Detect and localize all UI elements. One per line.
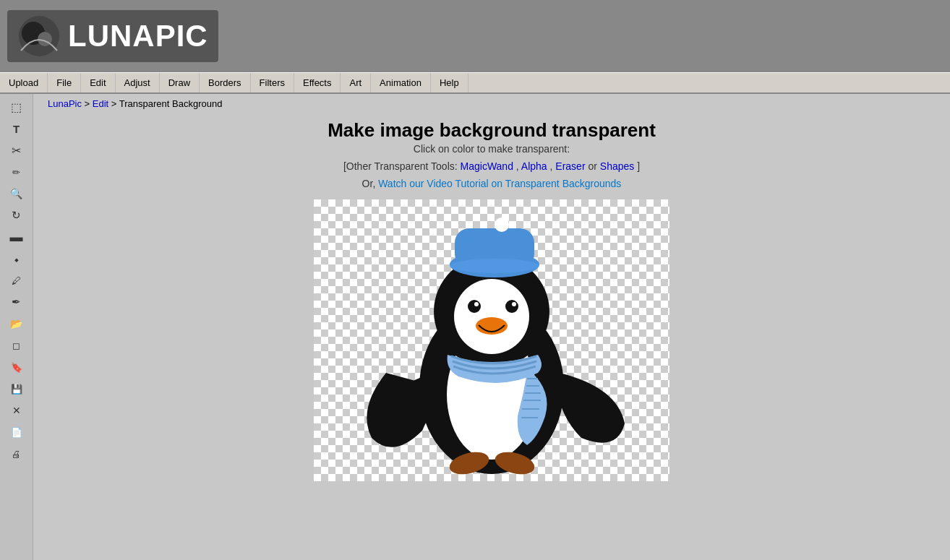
breadcrumb-lunapic[interactable]: LunaPic (48, 98, 82, 109)
gradient-tool[interactable]: ▬ (5, 227, 28, 247)
nav-edit[interactable]: Edit (81, 73, 115, 92)
sidebar: ⬚ T ✂ ✏ 🔍 ↻ ▬ ⬥ 🖊 ✒ 📂 ◻ 🔖 💾 ✕ 📄 🖨 (0, 94, 33, 560)
nav-file[interactable]: File (48, 73, 81, 92)
nav-adjust[interactable]: Adjust (116, 73, 160, 92)
svg-point-9 (468, 300, 481, 313)
stamp-tool[interactable]: 🔖 (5, 357, 28, 377)
nav-effects[interactable]: Effects (294, 73, 341, 92)
logo-icon (17, 14, 61, 58)
nav-filters[interactable]: Filters (251, 73, 294, 92)
breadcrumb: LunaPic > Edit > Transparent Background (48, 98, 936, 109)
fill-tool[interactable]: ⬥ (5, 249, 28, 269)
page-title-area: Make image background transparent Click … (48, 119, 936, 155)
breadcrumb-edit[interactable]: Edit (93, 98, 108, 109)
page-subtitle: Click on color to make transparent: (48, 143, 936, 155)
video-line: Or, Watch our Video Tutorial on Transpar… (48, 178, 936, 189)
navbar: Upload File Edit Adjust Draw Borders Fil… (0, 72, 950, 94)
image-container[interactable] (314, 199, 669, 481)
svg-point-13 (512, 302, 516, 306)
folder-tool[interactable]: 📂 (5, 314, 28, 334)
print-tool[interactable]: 🖨 (5, 444, 28, 464)
pencil-tool[interactable]: ✒ (5, 292, 28, 312)
zoom-tool[interactable]: 🔍 (5, 184, 28, 204)
save-tool[interactable]: 💾 (5, 379, 28, 399)
logo-text: LUNAPIC (68, 19, 208, 53)
main-layout: ⬚ T ✂ ✏ 🔍 ↻ ▬ ⬥ 🖊 ✒ 📂 ◻ 🔖 💾 ✕ 📄 🖨 LunaPi… (0, 94, 950, 560)
tools-line: [Other Transparent Tools: MagicWand , Al… (48, 160, 936, 172)
alpha-link[interactable]: Alpha (521, 160, 547, 172)
rotate-tool[interactable]: ↻ (5, 205, 28, 225)
eraser-link[interactable]: Eraser (555, 160, 585, 172)
shapes-link[interactable]: Shapes (600, 160, 634, 172)
svg-point-17 (450, 259, 539, 273)
penguin-image[interactable] (314, 199, 669, 481)
page-title: Make image background transparent (48, 119, 936, 142)
brush-tool[interactable]: ✏ (5, 162, 28, 182)
new-tool[interactable]: 📄 (5, 422, 28, 442)
nav-help[interactable]: Help (431, 73, 468, 92)
svg-point-10 (474, 302, 479, 306)
svg-point-6 (454, 279, 529, 354)
crop-tool[interactable]: ✂ (5, 140, 28, 160)
eyedropper-tool[interactable]: 🖊 (5, 270, 28, 290)
nav-upload[interactable]: Upload (0, 73, 48, 92)
content: LunaPic > Edit > Transparent Background … (33, 94, 950, 560)
magic-wand-link[interactable]: MagicWand (461, 160, 513, 172)
nav-borders[interactable]: Borders (200, 73, 251, 92)
nav-draw[interactable]: Draw (160, 73, 200, 92)
svg-point-12 (505, 300, 518, 313)
nav-art[interactable]: Art (341, 73, 371, 92)
svg-point-18 (495, 217, 509, 232)
nav-animation[interactable]: Animation (371, 73, 431, 92)
eraser-tool[interactable]: ◻ (5, 335, 28, 356)
selection-tool[interactable]: ⬚ (5, 97, 28, 117)
delete-tool[interactable]: ✕ (5, 400, 28, 421)
logo-container: LUNAPIC (7, 10, 218, 62)
header: LUNAPIC (0, 0, 950, 72)
breadcrumb-current: Transparent Background (119, 98, 223, 109)
video-tutorial-link[interactable]: Watch our Video Tutorial on Transparent … (378, 178, 621, 189)
text-tool[interactable]: T (5, 119, 28, 139)
